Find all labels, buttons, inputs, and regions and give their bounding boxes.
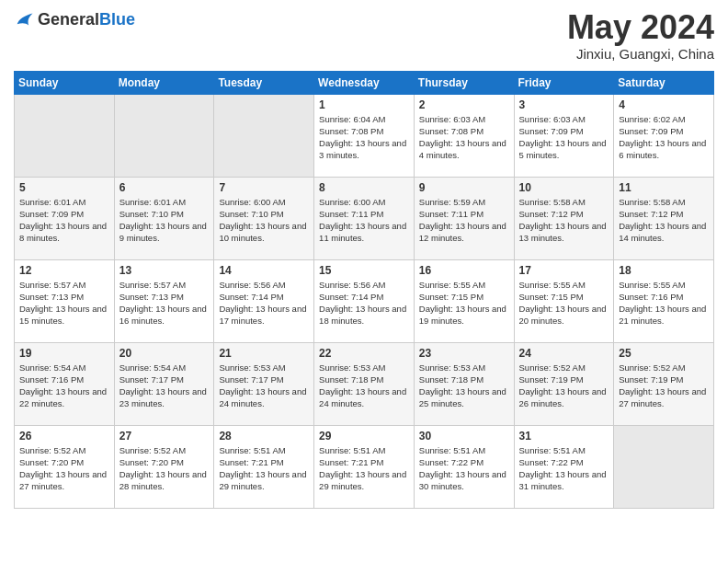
day-number: 13 [119,264,210,277]
day-number: 31 [519,430,609,442]
calendar-cell: 4Sunrise: 6:02 AMSunset: 7:09 PMDaylight… [614,94,714,177]
day-number: 14 [219,264,309,277]
day-info: Sunrise: 5:55 AMSunset: 7:16 PMDaylight:… [619,279,709,327]
day-info: Sunrise: 5:58 AMSunset: 7:12 PMDaylight:… [619,196,709,245]
calendar-cell: 5Sunrise: 6:01 AMSunset: 7:09 PMDaylight… [15,177,115,259]
calendar-header-tuesday: Tuesday [214,71,314,94]
day-number: 1 [319,98,409,111]
calendar-cell: 16Sunrise: 5:55 AMSunset: 7:15 PMDayligh… [414,259,514,342]
day-number: 30 [419,430,509,442]
logo-blue: Blue [99,10,135,29]
day-number: 6 [119,181,210,194]
day-number: 27 [119,430,210,442]
day-number: 22 [319,347,409,360]
day-number: 11 [619,181,709,194]
month-title: May 2024 [567,9,714,46]
calendar-cell [114,94,214,177]
day-info: Sunrise: 5:51 AMSunset: 7:21 PMDaylight:… [219,444,309,493]
calendar-cell: 22Sunrise: 5:53 AMSunset: 7:18 PMDayligh… [314,342,415,425]
day-number: 19 [19,347,109,360]
day-info: Sunrise: 5:58 AMSunset: 7:12 PMDaylight:… [519,196,609,245]
calendar-cell: 31Sunrise: 5:51 AMSunset: 7:22 PMDayligh… [514,425,614,508]
day-info: Sunrise: 6:02 AMSunset: 7:09 PMDaylight:… [619,113,709,162]
calendar-header-sunday: Sunday [15,71,115,94]
day-info: Sunrise: 5:57 AMSunset: 7:13 PMDaylight:… [119,279,210,327]
calendar-week-5: 26Sunrise: 5:52 AMSunset: 7:20 PMDayligh… [15,425,714,508]
day-number: 21 [219,347,309,360]
day-info: Sunrise: 6:03 AMSunset: 7:08 PMDaylight:… [419,113,509,162]
day-number: 10 [519,181,609,194]
day-number: 2 [419,98,509,111]
calendar: SundayMondayTuesdayWednesdayThursdayFrid… [14,71,714,509]
day-number: 20 [119,347,210,360]
location: Jinxiu, Guangxi, China [567,46,714,62]
day-info: Sunrise: 5:52 AMSunset: 7:20 PMDaylight:… [119,444,210,493]
day-number: 18 [619,264,709,277]
calendar-cell: 2Sunrise: 6:03 AMSunset: 7:08 PMDaylight… [414,94,514,177]
day-info: Sunrise: 5:52 AMSunset: 7:19 PMDaylight:… [619,362,709,410]
day-info: Sunrise: 6:00 AMSunset: 7:10 PMDaylight:… [219,196,309,245]
day-number: 29 [319,430,409,442]
calendar-cell: 6Sunrise: 6:01 AMSunset: 7:10 PMDaylight… [114,177,214,259]
calendar-cell: 12Sunrise: 5:57 AMSunset: 7:13 PMDayligh… [15,259,115,342]
day-number: 28 [219,430,309,442]
day-info: Sunrise: 5:51 AMSunset: 7:22 PMDaylight:… [519,444,609,493]
calendar-cell: 26Sunrise: 5:52 AMSunset: 7:20 PMDayligh… [15,425,115,508]
calendar-cell: 3Sunrise: 6:03 AMSunset: 7:09 PMDaylight… [514,94,614,177]
calendar-cell: 9Sunrise: 5:59 AMSunset: 7:11 PMDaylight… [414,177,514,259]
day-number: 8 [319,181,409,194]
logo: GeneralBlue [14,9,135,29]
day-number: 16 [419,264,509,277]
calendar-cell: 10Sunrise: 5:58 AMSunset: 7:12 PMDayligh… [514,177,614,259]
logo-general: General [38,10,99,29]
day-number: 3 [519,98,609,111]
day-info: Sunrise: 5:51 AMSunset: 7:22 PMDaylight:… [419,444,509,493]
day-info: Sunrise: 5:54 AMSunset: 7:17 PMDaylight:… [119,362,210,410]
calendar-cell: 17Sunrise: 5:55 AMSunset: 7:15 PMDayligh… [514,259,614,342]
day-info: Sunrise: 5:56 AMSunset: 7:14 PMDaylight:… [219,279,309,327]
day-info: Sunrise: 5:55 AMSunset: 7:15 PMDaylight:… [519,279,609,327]
calendar-cell [614,425,714,508]
day-info: Sunrise: 5:57 AMSunset: 7:13 PMDaylight:… [19,279,109,327]
logo-icon [14,9,34,29]
day-info: Sunrise: 6:00 AMSunset: 7:11 PMDaylight:… [319,196,409,245]
calendar-cell: 21Sunrise: 5:53 AMSunset: 7:17 PMDayligh… [214,342,314,425]
calendar-cell: 19Sunrise: 5:54 AMSunset: 7:16 PMDayligh… [15,342,115,425]
day-number: 7 [219,181,309,194]
day-info: Sunrise: 5:52 AMSunset: 7:19 PMDaylight:… [519,362,609,410]
calendar-cell: 18Sunrise: 5:55 AMSunset: 7:16 PMDayligh… [614,259,714,342]
day-info: Sunrise: 5:51 AMSunset: 7:21 PMDaylight:… [319,444,409,493]
day-info: Sunrise: 5:56 AMSunset: 7:14 PMDaylight:… [319,279,409,327]
day-number: 24 [519,347,609,360]
calendar-header-row: SundayMondayTuesdayWednesdayThursdayFrid… [15,71,714,94]
day-number: 26 [19,430,109,442]
day-info: Sunrise: 5:52 AMSunset: 7:20 PMDaylight:… [19,444,109,493]
calendar-week-2: 5Sunrise: 6:01 AMSunset: 7:09 PMDaylight… [15,177,714,259]
day-number: 23 [419,347,509,360]
calendar-cell: 29Sunrise: 5:51 AMSunset: 7:21 PMDayligh… [314,425,415,508]
day-info: Sunrise: 5:59 AMSunset: 7:11 PMDaylight:… [419,196,509,245]
calendar-cell: 27Sunrise: 5:52 AMSunset: 7:20 PMDayligh… [114,425,214,508]
day-info: Sunrise: 5:54 AMSunset: 7:16 PMDaylight:… [19,362,109,410]
day-info: Sunrise: 5:53 AMSunset: 7:17 PMDaylight:… [219,362,309,410]
calendar-header-monday: Monday [114,71,214,94]
day-info: Sunrise: 6:04 AMSunset: 7:08 PMDaylight:… [319,113,409,162]
title-area: May 2024 Jinxiu, Guangxi, China [567,9,714,62]
day-number: 15 [319,264,409,277]
calendar-header-wednesday: Wednesday [314,71,415,94]
calendar-header-friday: Friday [514,71,614,94]
logo-text: GeneralBlue [38,10,135,29]
calendar-cell: 1Sunrise: 6:04 AMSunset: 7:08 PMDaylight… [314,94,415,177]
header: GeneralBlue May 2024 Jinxiu, Guangxi, Ch… [14,9,714,62]
calendar-cell: 11Sunrise: 5:58 AMSunset: 7:12 PMDayligh… [614,177,714,259]
calendar-cell: 7Sunrise: 6:00 AMSunset: 7:10 PMDaylight… [214,177,314,259]
day-info: Sunrise: 6:01 AMSunset: 7:09 PMDaylight:… [19,196,109,245]
day-info: Sunrise: 6:03 AMSunset: 7:09 PMDaylight:… [519,113,609,162]
calendar-cell: 20Sunrise: 5:54 AMSunset: 7:17 PMDayligh… [114,342,214,425]
calendar-week-4: 19Sunrise: 5:54 AMSunset: 7:16 PMDayligh… [15,342,714,425]
calendar-header-thursday: Thursday [414,71,514,94]
day-number: 17 [519,264,609,277]
day-number: 4 [619,98,709,111]
calendar-cell: 14Sunrise: 5:56 AMSunset: 7:14 PMDayligh… [214,259,314,342]
day-info: Sunrise: 6:01 AMSunset: 7:10 PMDaylight:… [119,196,210,245]
